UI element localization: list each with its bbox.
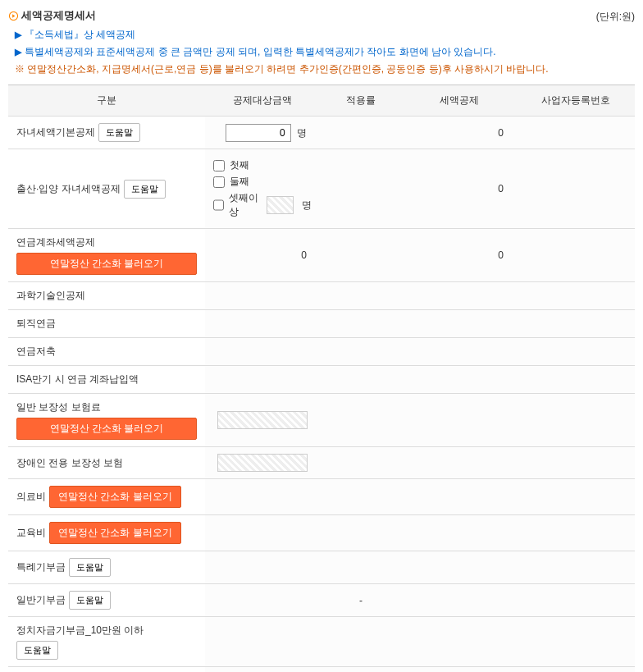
row-label: 연금저축	[16, 345, 56, 357]
table-row: 자녀세액기본공제 도움말 명 0	[8, 117, 635, 149]
table-row: 의료비 연말정산 간소화 불러오기	[8, 479, 635, 515]
load-button[interactable]: 연말정산 간소화 불러오기	[16, 253, 197, 275]
th-bizno: 사업자등록번호	[517, 85, 635, 117]
table-row: 특례기부금 도움말	[8, 551, 635, 584]
disabled-input	[267, 196, 294, 214]
table-row: 연금계좌세액공제 연말정산 간소화 불러오기 0 0	[8, 229, 635, 282]
table-row: 일반 보장성 보험료 연말정산 간소화 불러오기	[8, 394, 635, 447]
arrow-icon: ▶	[15, 47, 21, 57]
row-label: 퇴직연금	[16, 318, 56, 329]
th-deduction: 세액공제	[402, 85, 517, 117]
table-row: ISA만기 시 연금 계좌납입액	[8, 366, 635, 394]
th-gubun: 구분	[8, 85, 205, 117]
help-button[interactable]: 도움말	[98, 123, 140, 142]
row-label: 출산·입양 자녀세액공제	[16, 182, 121, 196]
row-label: 과학기술인공제	[16, 290, 85, 301]
table-row: 정치자금기부금_10만원 초과 도움말	[8, 667, 635, 673]
table-row: 과학기술인공제	[8, 282, 635, 310]
arrow-icon: ▶	[15, 30, 21, 40]
info-line-1: 『소득세법』상 세액공제	[25, 28, 135, 42]
row-label: ISA만기 시 연금 계좌납입액	[16, 373, 139, 385]
load-button[interactable]: 연말정산 간소화 불러오기	[16, 418, 197, 440]
deduction-table: 구분 공제대상금액 적용률 세액공제 사업자등록번호 자녀세액기본공제 도움말 …	[8, 85, 635, 672]
checkbox-first[interactable]	[213, 160, 225, 171]
help-button[interactable]: 도움말	[16, 641, 58, 660]
table-row: 출산·입양 자녀세액공제 도움말 첫째 둘째 셋째이상 명	[8, 149, 635, 229]
table-row: 장애인 전용 보장성 보험	[8, 447, 635, 479]
info-line-2: 특별세액공제와 표준세액공제 중 큰 금액만 공제 되며, 입력한 특별세액공제…	[25, 45, 496, 59]
child-count-input[interactable]	[226, 124, 291, 142]
rate-value: -	[320, 584, 402, 617]
checkbox-label: 셋째이상	[229, 191, 262, 219]
row-label: 특례기부금	[16, 560, 66, 574]
row-label: 장애인 전용 보장성 보험	[16, 457, 123, 469]
help-button[interactable]: 도움말	[69, 591, 111, 610]
disabled-input	[217, 454, 308, 472]
checkbox-label: 첫째	[230, 158, 249, 172]
amount-value: 0	[205, 229, 320, 282]
help-button[interactable]: 도움말	[69, 558, 111, 577]
row-label: 연금계좌세액공제	[16, 235, 197, 249]
deduction-value: 0	[402, 117, 517, 149]
th-amount: 공제대상금액	[205, 85, 320, 117]
help-button[interactable]: 도움말	[124, 180, 166, 199]
table-row: 퇴직연금	[8, 310, 635, 338]
row-label: 자녀세액기본공제	[16, 126, 95, 139]
table-row: 교육비 연말정산 간소화 불러오기	[8, 515, 635, 551]
row-label: 교육비	[16, 526, 46, 540]
disabled-input	[217, 411, 308, 429]
table-row: 연금저축	[8, 338, 635, 366]
deduction-value: 0	[402, 149, 517, 229]
unit-suffix: 명	[297, 127, 307, 139]
row-label: 의료비	[16, 490, 46, 504]
bullet-icon	[8, 11, 18, 21]
table-row: 일반기부금 도움말 -	[8, 584, 635, 617]
unit-label: (단위:원)	[596, 10, 635, 24]
load-button[interactable]: 연말정산 간소화 불러오기	[49, 486, 181, 508]
checkbox-second[interactable]	[213, 176, 225, 188]
checkbox-third-plus[interactable]	[213, 199, 224, 211]
unit-suffix: 명	[302, 199, 312, 213]
table-row: 정치자금기부금_10만원 이하 도움말	[8, 617, 635, 667]
row-label: 일반 보장성 보험료	[16, 400, 197, 414]
th-rate: 적용률	[320, 85, 402, 117]
deduction-value: 0	[402, 229, 517, 282]
row-label: 정치자금기부금_10만원 이하	[16, 624, 144, 638]
warning-line: ※ 연말정산간소화, 지급명세서(근로,연금 등)를 불러오기 하려면 추가인증…	[8, 62, 635, 76]
row-label: 일반기부금	[16, 593, 66, 607]
section-title: 세액공제명세서	[21, 8, 96, 23]
checkbox-label: 둘째	[230, 175, 249, 189]
load-button[interactable]: 연말정산 간소화 불러오기	[49, 522, 181, 544]
